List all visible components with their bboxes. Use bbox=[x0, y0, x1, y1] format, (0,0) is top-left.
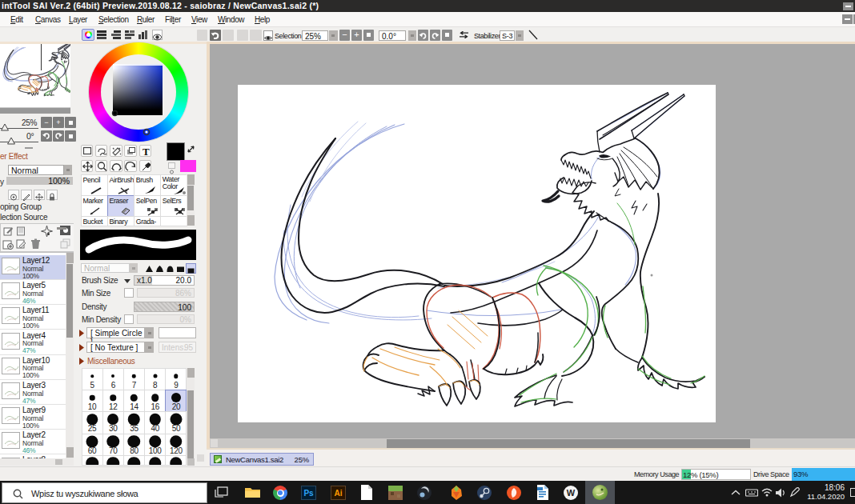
svg-text:T: T bbox=[142, 146, 150, 157]
